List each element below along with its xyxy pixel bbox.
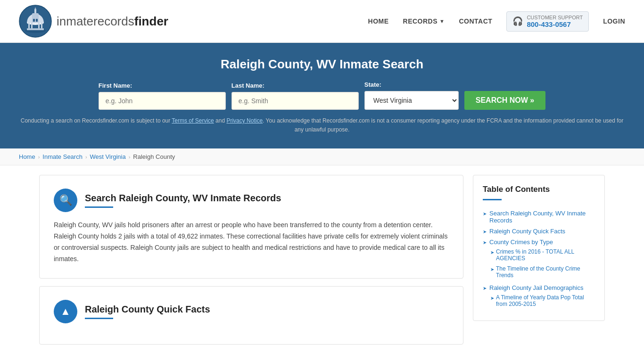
- customer-support-box: 🎧 CUSTOMER SUPPORT 800-433-0567: [506, 11, 589, 32]
- support-label: CUSTOMER SUPPORT: [527, 15, 583, 20]
- terms-link[interactable]: Terms of Service: [172, 117, 214, 124]
- inmate-records-card: 🔍 Search Raleigh County, WV Inmate Recor…: [39, 175, 463, 278]
- warning-icon: ▲: [60, 305, 71, 318]
- chevron-right-icon: ➤: [483, 211, 487, 216]
- page-header: inmaterecordsfinder HOME RECORDS ▼ CONTA…: [0, 0, 644, 43]
- state-select[interactable]: West Virginia: [364, 91, 459, 110]
- search-form: First Name: Last Name: State: West Virgi…: [19, 81, 625, 110]
- first-name-input[interactable]: [99, 92, 226, 110]
- main-nav: HOME RECORDS ▼ CONTACT 🎧 CUSTOMER SUPPOR…: [368, 11, 625, 32]
- toc-link-crimes-2016[interactable]: ➤ Crimes % in 2016 - TOTAL ALL AGENCIES: [490, 248, 595, 262]
- chevron-right-icon: ➤: [490, 267, 494, 272]
- toc-link-timeline-crime-trends[interactable]: ➤ The Timeline of the County Crime Trend…: [490, 265, 595, 279]
- toc-link-timeline-pop[interactable]: ➤ A Timeline of Yearly Data Pop Total fr…: [490, 294, 595, 307]
- toc-link-county-crimes[interactable]: ➤ County Crimes by Type: [483, 239, 595, 246]
- breadcrumb-sep-1: ›: [38, 154, 40, 160]
- toc-subitem-3-1: ➤ Crimes % in 2016 - TOTAL ALL AGENCIES: [490, 247, 595, 263]
- search-button[interactable]: SEARCH NOW »: [464, 91, 545, 110]
- support-phone: 800-433-0567: [527, 20, 583, 28]
- svg-rect-6: [28, 23, 30, 28]
- toc-subitem-4-1: ➤ A Timeline of Yearly Data Pop Total fr…: [490, 292, 595, 309]
- card1-title: Search Raleigh County, WV Inmate Records: [85, 193, 281, 204]
- last-name-input[interactable]: [231, 92, 359, 110]
- privacy-link[interactable]: Privacy Notice: [226, 117, 263, 124]
- breadcrumb-inmate-search[interactable]: Inmate Search: [42, 153, 83, 160]
- search-icon-circle: 🔍: [54, 189, 77, 212]
- disclaimer-text: Conducting a search on Recordsfinder.com…: [19, 116, 625, 134]
- last-name-group: Last Name:: [231, 82, 359, 110]
- logo-text: inmaterecordsfinder: [57, 14, 168, 29]
- breadcrumb-home[interactable]: Home: [19, 153, 35, 160]
- breadcrumb: Home › Inmate Search › West Virginia › R…: [0, 148, 644, 165]
- main-layout: 🔍 Search Raleigh County, WV Inmate Recor…: [20, 165, 624, 361]
- chevron-right-icon: ➤: [483, 229, 487, 234]
- info-icon-circle: ▲: [54, 300, 77, 323]
- content-area: 🔍 Search Raleigh County, WV Inmate Recor…: [39, 175, 463, 352]
- breadcrumb-west-virginia[interactable]: West Virginia: [90, 153, 126, 160]
- svg-rect-9: [41, 23, 42, 28]
- breadcrumb-raleigh-county: Raleigh County: [133, 153, 175, 160]
- card2-title: Raleigh County Quick Facts: [85, 304, 210, 315]
- card1-title-underline: [85, 206, 113, 208]
- login-button[interactable]: LOGIN: [603, 17, 625, 25]
- magnifier-icon: 🔍: [59, 194, 72, 206]
- card1-body: Raleigh County, WV jails hold prisoners …: [54, 220, 449, 264]
- toc-link-jail-demographics[interactable]: ➤ Raleigh County Jail Demographics: [483, 284, 595, 291]
- chevron-right-icon: ➤: [483, 286, 487, 291]
- state-group: State: West Virginia: [364, 81, 459, 110]
- quick-facts-card: ▲ Raleigh County Quick Facts: [39, 286, 463, 345]
- last-name-label: Last Name:: [231, 82, 359, 89]
- toc-link-inmate-records[interactable]: ➤ Search Raleigh County, WV Inmate Recor…: [483, 210, 595, 224]
- svg-rect-5: [36, 19, 38, 22]
- logo-icon: [19, 5, 52, 38]
- toc-item-1: ➤ Search Raleigh County, WV Inmate Recor…: [483, 208, 595, 226]
- chevron-down-icon: ▼: [439, 18, 445, 24]
- svg-rect-4: [33, 19, 35, 22]
- card2-header: ▲ Raleigh County Quick Facts: [54, 300, 449, 323]
- toc-sublist-4: ➤ A Timeline of Yearly Data Pop Total fr…: [483, 292, 595, 309]
- toc-divider: [483, 199, 502, 200]
- toc-card: Table of Contents ➤ Search Raleigh Count…: [473, 175, 605, 321]
- toc-item-4: ➤ Raleigh County Jail Demographics ➤ A T…: [483, 282, 595, 311]
- nav-contact[interactable]: CONTACT: [459, 17, 492, 25]
- state-label: State:: [364, 81, 459, 88]
- hero-title: Raleigh County, WV Inmate Search: [19, 57, 625, 72]
- toc-item-2: ➤ Raleigh County Quick Facts: [483, 226, 595, 237]
- toc-subitem-3-2: ➤ The Timeline of the County Crime Trend…: [490, 263, 595, 280]
- breadcrumb-sep-3: ›: [129, 154, 131, 160]
- toc-item-3: ➤ County Crimes by Type ➤ Crimes % in 20…: [483, 237, 595, 282]
- hero-section: Raleigh County, WV Inmate Search First N…: [0, 43, 644, 148]
- svg-rect-10: [27, 28, 44, 30]
- chevron-right-icon: ➤: [490, 250, 494, 255]
- svg-rect-11: [34, 9, 36, 13]
- chevron-right-icon: ➤: [483, 240, 487, 245]
- svg-rect-7: [31, 23, 33, 28]
- logo: inmaterecordsfinder: [19, 5, 168, 38]
- first-name-label: First Name:: [99, 82, 226, 89]
- nav-records[interactable]: RECORDS ▼: [403, 17, 445, 25]
- sidebar: Table of Contents ➤ Search Raleigh Count…: [473, 175, 605, 321]
- toc-sublist-3: ➤ Crimes % in 2016 - TOTAL ALL AGENCIES …: [483, 247, 595, 280]
- nav-home[interactable]: HOME: [368, 17, 389, 25]
- card2-title-underline: [85, 318, 113, 319]
- chevron-right-icon: ➤: [490, 296, 494, 301]
- breadcrumb-sep-2: ›: [85, 154, 87, 160]
- toc-list: ➤ Search Raleigh County, WV Inmate Recor…: [483, 208, 595, 311]
- toc-link-quick-facts[interactable]: ➤ Raleigh County Quick Facts: [483, 228, 595, 235]
- card1-header: 🔍 Search Raleigh County, WV Inmate Recor…: [54, 189, 449, 212]
- headset-icon: 🎧: [512, 16, 523, 26]
- first-name-group: First Name:: [99, 82, 226, 110]
- toc-title: Table of Contents: [483, 185, 595, 194]
- svg-rect-8: [38, 23, 40, 28]
